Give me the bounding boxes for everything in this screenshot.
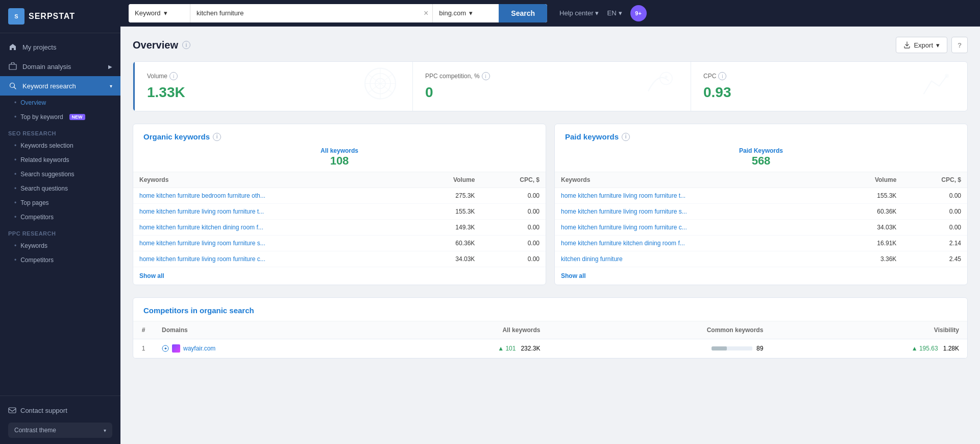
common-keywords-progress-bar — [712, 346, 752, 350]
organic-table-row: home kitchen furniture living room furni… — [133, 236, 546, 251]
svg-rect-0 — [9, 64, 16, 69]
logo: S SERPSTAT — [0, 0, 120, 33]
organic-cpc-cell: 0.00 — [481, 251, 546, 267]
organic-table: Keywords Volume CPC, $ home kitchen furn… — [133, 172, 546, 267]
keywords-section: Organic keywords i All keywords 108 Keyw… — [133, 124, 968, 285]
comp-col-common-keywords: Common keywords — [548, 321, 771, 339]
organic-keyword-cell[interactable]: home kitchen furniture living room furni… — [133, 236, 412, 251]
organic-keywords-card: Organic keywords i All keywords 108 Keyw… — [133, 124, 546, 285]
sidebar-subitem-competitors[interactable]: Competitors — [0, 210, 120, 224]
user-avatar[interactable]: 9+ — [630, 5, 647, 21]
organic-table-row: home kitchen furniture living room furni… — [133, 251, 546, 267]
language-select[interactable]: EN ▾ — [607, 9, 622, 17]
paid-volume-cell: 3.36K — [834, 251, 902, 267]
sidebar-subitem-overview[interactable]: Overview — [0, 96, 120, 110]
sidebar-subitem-related-keywords[interactable]: Related keywords — [0, 153, 120, 167]
comp-common-keywords-cell: 89 — [548, 339, 771, 358]
export-arrow: ▾ — [936, 41, 940, 49]
overview-info-icon[interactable]: i — [182, 41, 190, 49]
paid-cpc-cell: 2.45 — [902, 251, 967, 267]
organic-cpc-cell: 0.00 — [481, 236, 546, 251]
export-button[interactable]: Export ▾ — [896, 37, 947, 53]
paid-keyword-cell[interactable]: home kitchen furniture kitchen dining ro… — [555, 236, 834, 251]
search-clear-icon[interactable]: × — [424, 9, 428, 18]
help-button[interactable]: ? — [951, 37, 968, 53]
search-suggestions-label: Search suggestions — [20, 171, 74, 178]
ppc-info-icon[interactable]: i — [482, 72, 490, 80]
paid-table-row: home kitchen furniture living room furni… — [555, 188, 967, 204]
paid-info-icon[interactable]: i — [622, 133, 630, 141]
organic-keyword-cell[interactable]: home kitchen furniture living room furni… — [133, 204, 412, 220]
paid-keyword-cell[interactable]: home kitchen furniture living room furni… — [555, 188, 834, 204]
paid-keyword-cell[interactable]: home kitchen furniture living room furni… — [555, 220, 834, 236]
organic-cpc-cell: 0.00 — [481, 188, 546, 204]
organic-col-cpc: CPC, $ — [481, 172, 546, 188]
sidebar-item-keyword-research[interactable]: Keyword research ▾ — [0, 76, 120, 96]
paid-cpc-cell: 2.14 — [902, 236, 967, 251]
common-keywords-progress-fill — [712, 346, 727, 350]
organic-show-all[interactable]: Show all — [133, 267, 546, 285]
sidebar-item-domain-analysis[interactable]: Domain analysis ▶ — [0, 57, 120, 76]
engine-select[interactable]: bing.com ▾ — [432, 4, 499, 22]
search-type-select[interactable]: Keyword ▾ — [129, 4, 190, 22]
organic-volume-cell: 149.3K — [412, 220, 481, 236]
sidebar-subitem-top-by-keyword[interactable]: Top by keyword New — [0, 110, 120, 124]
logo-icon: S — [8, 8, 24, 25]
top-pages-label: Top pages — [20, 199, 48, 206]
metric-ppc: PPC competition, % i 0 — [412, 62, 691, 111]
paid-volume-cell: 34.03K — [834, 220, 902, 236]
keyword-icon — [8, 81, 17, 90]
paid-keyword-cell[interactable]: home kitchen furniture living room furni… — [555, 204, 834, 220]
related-keywords-label: Related keywords — [20, 156, 69, 163]
competitors-section: Competitors in organic search # Domains … — [133, 297, 968, 359]
comp-domain-name[interactable]: wayfair.com — [183, 345, 215, 352]
contrast-theme-toggle[interactable]: Contrast theme ▾ — [8, 423, 112, 438]
logo-text: SERPSTAT — [29, 12, 75, 21]
organic-keyword-cell[interactable]: home kitchen furniture bedroom furniture… — [133, 188, 412, 204]
comp-domain-cell[interactable]: wayfair.com — [154, 339, 369, 358]
contrast-theme-label: Contrast theme — [14, 427, 56, 434]
sidebar-subitem-ppc-keywords[interactable]: Keywords — [0, 239, 120, 253]
svg-rect-2 — [9, 408, 16, 413]
cpc-info-icon[interactable]: i — [718, 72, 726, 80]
sidebar-subitem-search-questions[interactable]: Search questions — [0, 181, 120, 196]
sidebar-item-my-projects[interactable]: My projects — [0, 37, 120, 57]
sidebar: S SERPSTAT My projects Domain analysis ▶… — [0, 0, 120, 444]
search-input[interactable] — [190, 4, 432, 22]
comp-col-all-keywords: All keywords — [369, 321, 549, 339]
new-badge: New — [69, 114, 85, 120]
organic-keyword-cell[interactable]: home kitchen furniture living room furni… — [133, 251, 412, 267]
paid-keyword-cell[interactable]: kitchen dining furniture — [555, 251, 834, 267]
sidebar-subitem-top-by-keyword-label: Top by keyword — [20, 113, 63, 121]
volume-info-icon[interactable]: i — [169, 72, 178, 80]
all-keywords-up-value: ▲ 101 — [498, 345, 516, 352]
paid-table-row: kitchen dining furniture 3.36K 2.45 — [555, 251, 967, 267]
organic-header: Organic keywords i — [133, 124, 546, 145]
sidebar-subitem-keywords-selection[interactable]: Keywords selection — [0, 138, 120, 153]
search-button[interactable]: Search — [499, 4, 547, 22]
keywords-selection-label: Keywords selection — [20, 142, 73, 149]
sidebar-subitem-top-pages[interactable]: Top pages — [0, 196, 120, 210]
paid-title: Paid keywords i — [565, 132, 957, 141]
paid-show-all[interactable]: Show all — [555, 267, 967, 285]
paid-cpc-cell: 0.00 — [902, 188, 967, 204]
paid-cpc-cell: 0.00 — [902, 220, 967, 236]
sidebar-subitem-search-suggestions[interactable]: Search suggestions — [0, 167, 120, 181]
sidebar-subitem-overview-label: Overview — [20, 99, 46, 106]
paid-keywords-card: Paid keywords i Paid Keywords 568 Keywor… — [554, 124, 968, 285]
cpc-illustration — [916, 66, 957, 107]
organic-keyword-cell[interactable]: home kitchen furniture kitchen dining ro… — [133, 220, 412, 236]
search-type-label: Keyword — [135, 9, 161, 17]
user-initials: 9+ — [635, 10, 642, 16]
help-center-button[interactable]: Help center ▾ — [559, 9, 599, 17]
sidebar-footer: Contact support Contrast theme ▾ — [0, 395, 120, 444]
competitors-table: # Domains All keywords Common keywords V… — [133, 321, 967, 358]
ppc-research-section-label: PPC research — [0, 224, 120, 239]
help-center-arrow: ▾ — [595, 9, 599, 17]
organic-info-icon[interactable]: i — [213, 133, 221, 141]
paid-col-cpc: CPC, $ — [902, 172, 967, 188]
sidebar-subitem-ppc-competitors[interactable]: Competitors — [0, 253, 120, 267]
organic-title: Organic keywords i — [143, 132, 535, 141]
organic-table-row: home kitchen furniture bedroom furniture… — [133, 188, 546, 204]
contact-support-button[interactable]: Contact support — [8, 402, 112, 418]
